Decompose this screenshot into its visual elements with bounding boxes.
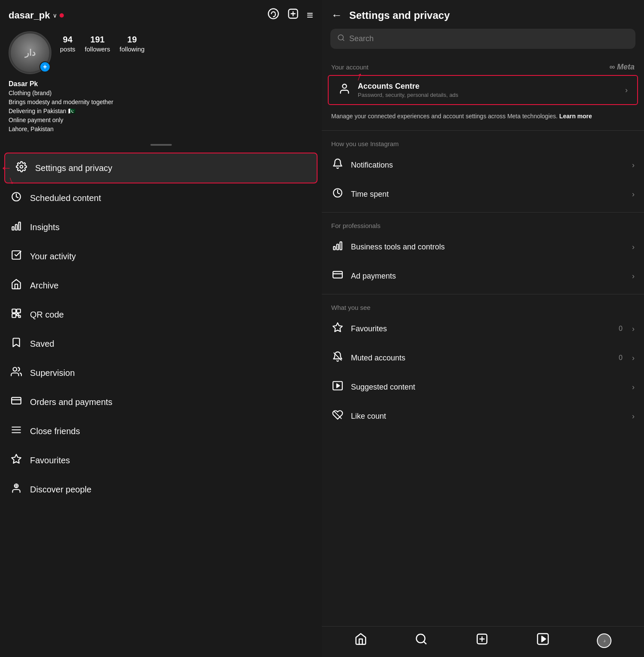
notifications-icon [331,158,344,172]
favourites-item[interactable]: Favourites [0,446,322,475]
username: dasar_pk [9,10,50,21]
manage-text: Manage your connected experiences and ac… [322,108,644,127]
svg-rect-15 [12,397,21,404]
svg-rect-6 [15,225,17,230]
accounts-centre-wrapper: ↓ Accounts Centre Password, security, pe… [322,75,644,105]
notifications-label: Notifications [351,161,625,170]
time-spent-row[interactable]: Time spent › [322,180,644,209]
reels-nav-icon[interactable] [536,633,549,648]
bio-line-2: Brings modesty and modernity together [9,98,313,107]
hamburger-icon[interactable]: ≡ [307,9,313,22]
right-header: ← Settings and privacy [322,0,644,29]
discover-people-label: Discover people [30,485,91,495]
posts-label: posts [60,45,75,53]
discover-people-item[interactable]: Discover people [0,475,322,504]
following-label: following [120,45,144,53]
add-post-nav-icon[interactable] [476,633,488,648]
like-count-row[interactable]: Like count › [322,402,644,431]
posts-stat[interactable]: 94 posts [60,35,75,53]
profile-nav-avatar[interactable]: د [597,633,611,648]
followers-stat[interactable]: 191 followers [85,35,110,53]
notifications-row[interactable]: Notifications › [322,150,644,180]
muted-accounts-row[interactable]: Muted accounts 0 › [322,343,644,372]
profile-header: dasar_pk ∨ ≡ [0,0,322,27]
business-tools-label: Business tools and controls [351,243,625,252]
svg-rect-28 [333,246,335,250]
insights-item[interactable]: Insights [0,213,322,242]
suggested-content-row[interactable]: Suggested content › [322,372,644,402]
threads-icon[interactable] [267,8,279,23]
profile-name: Dasar Pk [9,80,313,88]
svg-point-26 [342,84,346,88]
activity-icon [10,249,22,263]
discover-icon [10,483,22,496]
right-title: Settings and privacy [349,9,450,21]
what-you-see-title: What you see [331,304,371,311]
bio-line-4: Online payment only [9,116,313,125]
close-friends-item[interactable]: Close friends [0,417,322,446]
favourites-row[interactable]: Favourites 0 › [322,314,644,343]
settings-icon [15,161,27,175]
ad-payments-row[interactable]: Ad payments › [322,261,644,291]
home-nav-icon[interactable] [354,633,367,648]
settings-and-privacy-item[interactable]: Settings and privacy [4,153,318,183]
orders-payments-item[interactable]: Orders and payments [0,387,322,417]
your-activity-item[interactable]: Your activity [0,242,322,271]
followers-count: 191 [90,35,105,45]
saved-item[interactable]: Saved [0,329,322,358]
svg-rect-7 [18,222,20,230]
how-you-use-title: How you use Instagram [331,140,399,147]
ad-payments-chevron: › [632,272,635,281]
suggested-content-icon [331,380,344,394]
svg-line-39 [424,642,426,644]
time-spent-label: Time spent [351,190,625,199]
ad-payments-icon [331,269,344,283]
profile-info: Dasar Pk Clothing (brand) Brings modesty… [0,80,322,140]
drag-handle [0,140,322,148]
what-you-see-header: What you see [322,298,644,314]
username-area[interactable]: dasar_pk ∨ [9,10,64,21]
back-button[interactable]: ← [331,9,342,22]
svg-rect-31 [333,271,342,278]
add-to-story-badge[interactable]: + [39,61,51,72]
dropdown-icon[interactable]: ∨ [53,12,57,19]
meta-logo: ∞ Meta [609,63,635,72]
posts-count: 94 [63,35,72,45]
business-tools-row[interactable]: Business tools and controls › [322,232,644,261]
saved-icon [10,337,22,351]
svg-rect-9 [12,309,16,313]
favourites-settings-label: Favourites [351,324,612,333]
business-tools-icon [331,240,344,254]
suggested-content-chevron: › [632,383,635,392]
svg-rect-10 [17,309,21,313]
time-spent-icon [331,187,344,201]
accounts-centre-chevron: › [625,86,628,95]
insights-label: Insights [30,222,60,232]
search-bar[interactable]: Search [330,29,635,49]
supervision-item[interactable]: Supervision [0,358,322,387]
your-account-section-header: Your account ∞ Meta [322,56,644,75]
accounts-centre-item[interactable]: Accounts Centre Password, security, pers… [328,75,638,105]
svg-rect-8 [12,251,21,259]
your-activity-label: Your activity [30,252,76,261]
profile-bio: Clothing (brand) Brings modesty and mode… [9,89,313,134]
svg-rect-30 [340,242,341,249]
your-account-title: Your account [331,63,368,71]
settings-content: Your account ∞ Meta ↓ Accounts Centre Pa… [322,56,644,626]
accounts-centre-icon [338,83,351,98]
orders-payments-label: Orders and payments [30,397,112,407]
scheduled-content-label: Scheduled content [30,193,101,203]
menu-list: ← Settings and privacy Scheduled c [0,148,322,657]
add-icon[interactable] [287,8,299,23]
svg-point-3 [20,165,23,168]
separator-2 [322,212,644,213]
following-stat[interactable]: 19 following [120,35,144,53]
favourites-count: 0 [619,325,623,333]
archive-item[interactable]: Archive [0,271,322,300]
close-friends-icon [10,424,22,438]
qr-code-label: QR code [30,310,64,320]
qr-code-item[interactable]: QR code [0,300,322,329]
scheduled-content-item[interactable]: Scheduled content ↑ [0,183,322,213]
learn-more-link[interactable]: Learn more [559,113,592,120]
search-nav-icon[interactable] [415,633,428,648]
